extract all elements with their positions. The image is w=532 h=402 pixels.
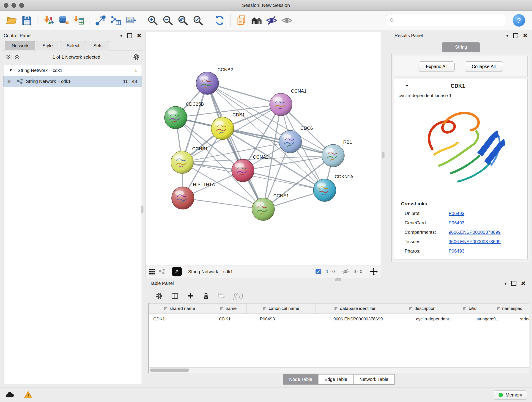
cloud-icon[interactable] <box>5 390 15 400</box>
column-header-name[interactable]: name <box>210 303 247 313</box>
graphics-details-button[interactable] <box>265 13 279 28</box>
column-header-database-identifier[interactable]: database identifier <box>316 303 394 313</box>
birds-eye-grid-icon[interactable] <box>149 268 156 275</box>
horizontal-scrollbar[interactable] <box>149 367 529 373</box>
network-node-CCNB2[interactable]: CCNB2 <box>196 67 233 95</box>
zoom-selected-button[interactable] <box>191 13 205 28</box>
network-node-RB1[interactable]: RB1 <box>322 140 352 167</box>
add-column-icon[interactable] <box>186 292 194 300</box>
export-network-button[interactable] <box>172 267 182 276</box>
hidden-eye-slash-icon[interactable] <box>342 268 349 275</box>
crosslink-link-uniprot[interactable]: P06493 <box>449 211 464 216</box>
cell-name[interactable]: CDK1 <box>215 314 255 324</box>
column-header-id[interactable]: @id <box>450 303 489 313</box>
tab-network[interactable]: Network <box>5 41 35 51</box>
selected-checkbox-icon[interactable] <box>315 268 322 275</box>
panel-menu-button[interactable]: ▾ <box>120 33 123 38</box>
help-button[interactable]: ? <box>513 14 525 27</box>
table-gear-icon[interactable] <box>155 292 163 300</box>
network-row-selected[interactable]: String Network – cdk1 11 48 <box>3 76 142 87</box>
splitter-handle[interactable] <box>141 206 143 213</box>
cell-namespace[interactable]: stringdb <box>515 314 529 324</box>
import-network-file-button[interactable] <box>41 13 56 28</box>
cell-canonical-name[interactable]: P06493 <box>255 314 329 324</box>
close-window-button[interactable] <box>4 3 8 8</box>
table-row[interactable]: CDK1 CDK1 P06493 9606.ENSP00000378699 cy… <box>149 314 529 324</box>
share-network-icon[interactable] <box>159 268 165 275</box>
panel-float-button[interactable] <box>511 281 516 286</box>
collapse-all-icon[interactable] <box>14 54 20 60</box>
tab-select[interactable]: Select <box>60 41 86 51</box>
tab-string[interactable]: String <box>442 42 480 52</box>
network-edge-CCNB2-CCNE1[interactable] <box>207 83 263 209</box>
column-header-canonical-name[interactable]: canonical name <box>247 303 316 313</box>
tab-style[interactable]: Style <box>36 41 59 51</box>
refresh-view-button[interactable] <box>213 13 227 28</box>
import-table-file-button[interactable] <box>72 13 86 28</box>
import-network-database-button[interactable] <box>57 13 71 28</box>
entry-header[interactable]: ▼ CDK1 <box>394 79 527 93</box>
panel-menu-button[interactable]: ▾ <box>506 33 509 38</box>
scrollbar-thumb[interactable] <box>150 369 189 372</box>
tab-node-table[interactable]: Node Table <box>283 374 318 385</box>
column-header-shared-name[interactable]: shared name <box>149 303 210 313</box>
cell-id[interactable]: stringdb:9... <box>472 314 515 324</box>
network-collection-row[interactable]: ▼ String Network – cdk1 1 <box>3 65 142 76</box>
panel-float-button[interactable] <box>513 33 518 38</box>
network-share-button[interactable] <box>94 13 108 28</box>
import-table-disabled-icon <box>218 292 225 300</box>
network-node-CCNA1[interactable]: CCNA1 <box>270 89 307 116</box>
zoom-fit-button[interactable] <box>176 13 190 28</box>
cell-database-identifier[interactable]: 9606.ENSP00000378699 <box>329 314 412 324</box>
collapse-all-button[interactable]: Collapse All <box>465 61 503 72</box>
zoom-out-button[interactable] <box>161 13 175 28</box>
gear-icon[interactable] <box>133 53 140 61</box>
tab-network-table[interactable]: Network Table <box>353 374 394 385</box>
copy-document-button[interactable] <box>234 13 249 28</box>
network-node-CCNB1[interactable]: CCNB1 <box>171 146 208 173</box>
delete-column-icon[interactable] <box>202 292 210 300</box>
crosslink-link-tissues[interactable]: 9606.ENSP00000378699 <box>449 239 500 244</box>
home-button[interactable] <box>249 13 264 28</box>
show-hide-button[interactable] <box>280 13 294 28</box>
save-session-button[interactable] <box>20 13 34 28</box>
tree-expand-icon[interactable]: ▼ <box>9 68 13 72</box>
splitter-handle[interactable] <box>335 278 341 281</box>
expand-all-icon[interactable] <box>5 54 12 60</box>
entry-collapse-icon[interactable]: ▼ <box>405 84 409 88</box>
memory-button[interactable]: Memory <box>494 390 527 400</box>
cell-shared-name[interactable]: CDK1 <box>149 314 215 324</box>
warning-icon[interactable] <box>23 390 33 400</box>
cell-description[interactable]: cyclin-dependent ... <box>412 314 472 324</box>
network-node-CDK1[interactable]: CDK1 <box>211 112 245 140</box>
search-input[interactable] <box>397 18 502 23</box>
column-header-namespace[interactable]: namespac <box>489 303 529 313</box>
panel-menu-button[interactable]: ▾ <box>505 281 507 286</box>
panel-float-button[interactable] <box>127 33 132 38</box>
expand-all-button[interactable]: Expand All <box>418 61 455 72</box>
export-image-button[interactable] <box>124 13 138 28</box>
columns-icon[interactable] <box>171 292 179 300</box>
minimize-window-button[interactable] <box>12 3 16 8</box>
move-crosshair-icon[interactable] <box>370 268 378 276</box>
tab-sets[interactable]: Sets <box>87 41 109 51</box>
network-node-CDC6[interactable]: CDC6 <box>279 126 313 153</box>
crosslink-link-pharos[interactable]: P06493 <box>449 249 464 254</box>
network-edge-CCNB2-CCNA1[interactable] <box>207 83 281 104</box>
zoom-window-button[interactable] <box>19 3 24 8</box>
open-session-button[interactable] <box>5 13 19 28</box>
network-canvas[interactable]: CCNB2CCNA1CDC25BCDK1CDC6RB1CCNB1CCNA2CDK… <box>146 32 380 264</box>
splitter-handle[interactable] <box>382 152 385 158</box>
panel-close-button[interactable]: × <box>521 280 526 286</box>
crosslink-link-genecard[interactable]: P06493 <box>449 220 464 225</box>
panel-close-button[interactable]: × <box>523 32 527 38</box>
crosslink-link-compartments[interactable]: 9606.ENSP00000378699 <box>449 230 500 235</box>
tab-edge-table[interactable]: Edge Table <box>318 374 354 385</box>
network-node-HIST1H1A[interactable]: HIST1H1A <box>172 182 215 209</box>
column-header-description[interactable]: description <box>394 303 450 313</box>
panel-close-button[interactable]: × <box>137 32 141 38</box>
network-node-CDKN1A[interactable]: CDKN1A <box>313 174 354 201</box>
network-edge-HIST1H1A-CCNE1[interactable] <box>183 198 263 209</box>
zoom-in-button[interactable] <box>146 13 160 28</box>
network-table-button[interactable] <box>109 13 123 28</box>
